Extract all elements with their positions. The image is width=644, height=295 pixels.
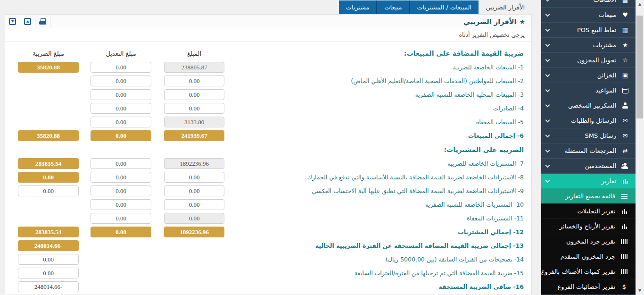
tax-form: ضريبة القيمة المضافة على المبيعات: المبل… (5, 42, 531, 198)
form-row-total-sales: 6- إجمالي المبيعات 241939.67 0.00 35820.… (5, 129, 531, 143)
envelope-icon: ✉ (620, 132, 630, 139)
sidebar-subitem-profit-loss-report[interactable]: تقرير الأرباح والخسائر (541, 219, 636, 234)
amount-input[interactable] (164, 103, 224, 114)
adjustment-input[interactable] (91, 76, 151, 86)
sidebar-item-sms[interactable]: ✉ رسائل SMS (541, 128, 636, 143)
sidebar-subitem-branch-item-quantities-report[interactable]: تقرير كميات الأصناف بالفروع (541, 264, 636, 279)
barcode-icon (619, 269, 629, 274)
tax-input[interactable] (18, 281, 79, 292)
print-button[interactable] (35, 15, 50, 28)
sidebar-subitem-analytics-report[interactable]: تقرير التحليلات (541, 204, 636, 219)
adjustment-input[interactable] (91, 172, 151, 183)
tab-tax-declaration[interactable]: الأقرار الضريبي (479, 0, 532, 14)
form-row: 9- الاستيرادات الخاضعة لضريبة القيمة الم… (5, 184, 531, 198)
amount-input[interactable] (164, 185, 224, 196)
chevron-down-icon (545, 0, 550, 1)
adjustment-input[interactable] (91, 103, 151, 114)
tax-amount-badge: 283835.54 (18, 158, 79, 169)
envelope-icon: ✉ (620, 117, 630, 124)
window-scrollbar[interactable]: ▲ ▼ (636, 0, 644, 295)
sidebar-item-messages-requests[interactable]: ✉ الرسائل والطلبات (541, 113, 636, 128)
calendar-icon (620, 88, 630, 93)
adjustment-input[interactable] (91, 117, 151, 127)
adjustment-input[interactable] (91, 199, 151, 210)
tab-sales[interactable]: مبيعات (376, 0, 409, 14)
form-row: 10- المشتريات الخاضعة للنسبة الصفرية (5, 198, 531, 211)
chevron-down-icon (545, 42, 550, 47)
sidebar-subitem-branch-statistics-report[interactable]: $ تقرير أحصائيات الفروع (541, 279, 636, 295)
report-card: ★ الأقرار الضريبي يرجى تخصيص التقرير أدن… (5, 14, 532, 295)
amount-input[interactable] (164, 199, 224, 210)
tab-sales-purchases[interactable]: المبيعات / المشتريات (409, 0, 479, 14)
square-arrow-down-icon (9, 18, 16, 25)
report-subtitle: يرجى تخصيص التقرير أدناه (5, 28, 531, 42)
sidebar-subitem-all-reports[interactable]: قائمة بجميع التقارير (541, 189, 636, 204)
tax-total-badge: 283835.54 (18, 227, 79, 237)
chevron-down-icon (545, 72, 550, 77)
form-row: 15- ضريبة القيمة المضافة التي تم ترحيلها… (5, 266, 531, 280)
expand-button[interactable] (20, 15, 35, 28)
column-header-adjustment: مبلغ التعديل (91, 50, 151, 57)
adjustment-input[interactable] (91, 62, 151, 73)
chevron-down-icon (545, 133, 550, 137)
star-outline-icon: ☆ (620, 57, 630, 64)
amount-readonly: 238805.87 (164, 62, 224, 73)
chevron-down-icon (545, 27, 550, 32)
column-header-amount: المبلغ (164, 50, 224, 57)
amount-input[interactable] (164, 172, 224, 183)
heart-icon: ♥ (620, 11, 630, 18)
form-header-row: الضريبة على المشتريات: (5, 143, 531, 157)
chevron-down-icon (545, 118, 550, 122)
users-icon (620, 163, 630, 169)
form-row-total-purchases: 12- إجمالي المشتريات 1892236.96 0.00 283… (5, 225, 531, 239)
form-header-row: ضريبة القيمة المضافة على المبيعات: المبل… (5, 46, 531, 60)
amount-total-badge: 1892236.96 (164, 227, 224, 237)
column-header-tax: مبلغ الضريبة (18, 50, 79, 57)
sidebar-subitem-advanced-inventory-count[interactable]: جرد المخزون المتقدم (541, 249, 636, 264)
tax-input[interactable] (18, 254, 79, 265)
sidebar-subitem-inventory-count-report[interactable]: تقرير جرد المخزون (541, 234, 636, 249)
tax-input[interactable] (18, 185, 79, 196)
report-toolbar: ★ الأقرار الضريبي (5, 15, 531, 28)
list-icon (619, 194, 629, 199)
sidebar-item-safes[interactable]: ▣ الخزائن (541, 68, 636, 83)
form-row: 11- المشتريات المعفاة 0.00 (5, 211, 531, 225)
tax-amount-badge: 35820.88 (18, 62, 79, 73)
form-row: 7- المشتريات الخاضعة للضريبة 1892236.96 … (5, 157, 531, 170)
chevron-down-icon (545, 102, 550, 107)
sidebar-item-sales[interactable]: ♥ مبيعات (541, 8, 636, 23)
collapse-button[interactable] (5, 15, 20, 28)
scrollbar-thumb[interactable] (636, 16, 643, 118)
chevron-down-icon (545, 57, 550, 62)
sidebar-item-inventory-transfer[interactable]: ☆ تحويل المخزون (541, 53, 636, 68)
sidebar-item-reports[interactable]: تقارير (541, 174, 636, 189)
dollar-icon: $ (619, 283, 629, 290)
amount-input[interactable] (164, 76, 224, 86)
sidebar-item-independent-returns[interactable]: ⇄ المرتجعات المستقلة (541, 143, 636, 159)
tax-input[interactable] (18, 268, 79, 278)
scroll-down-arrow-icon[interactable]: ▼ (636, 287, 644, 294)
adjustment-input[interactable] (91, 185, 151, 196)
amount-input[interactable] (164, 89, 224, 100)
scroll-up-arrow-icon[interactable]: ▲ (636, 1, 644, 8)
tab-purchases[interactable]: مشتريات (339, 0, 376, 14)
sidebar-item-pos[interactable]: ▦ نقاط البيع POS (541, 23, 636, 38)
form-row: 1- المبيعات الخاضعة للضريبة 238805.87 35… (5, 60, 531, 74)
sidebar-item-addons[interactable]: ▦ الاضافات (541, 0, 636, 8)
chevron-down-icon (545, 12, 550, 17)
sidebar-item-appointments[interactable]: المواعيد (541, 83, 636, 98)
star-icon: ★ (620, 42, 630, 49)
adjustment-input[interactable] (91, 89, 151, 100)
star-icon: ★ (519, 18, 525, 25)
sidebar-item-personal-secretary[interactable]: السكرتير الشخصي (541, 98, 636, 113)
main-area: الأقرار الضريبي المبيعات / المشتريات مبي… (0, 0, 541, 295)
adjustment-input[interactable] (91, 213, 151, 224)
form-row: 5- المبيعات المعفاة 3133.80 (5, 115, 531, 129)
adjustment-total-badge: 0.00 (91, 227, 151, 237)
sidebar-item-users[interactable]: المستخدمين (541, 159, 636, 174)
bar-chart-icon (619, 224, 629, 229)
form-row: 4- الصادرات (5, 101, 531, 115)
shuffle-icon: ⇄ (620, 147, 630, 154)
adjustment-input[interactable] (91, 158, 151, 169)
sidebar-item-purchases[interactable]: ★ مشتريات (541, 38, 636, 53)
